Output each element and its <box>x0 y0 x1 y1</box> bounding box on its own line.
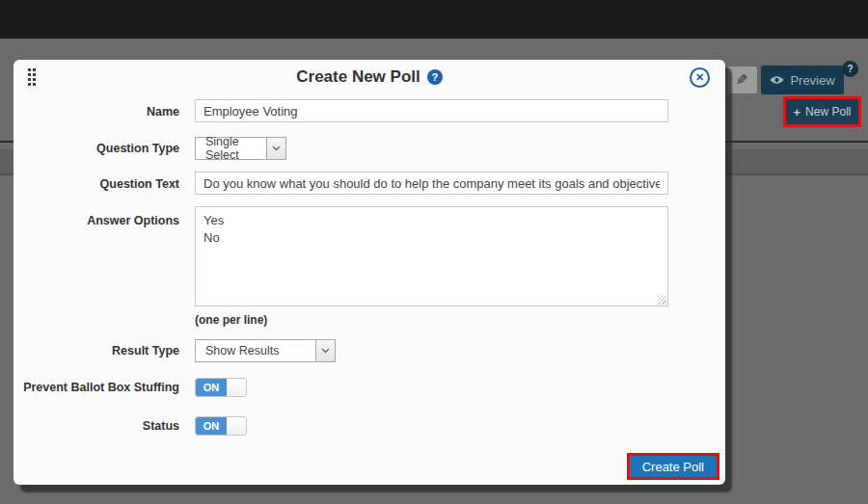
eye-icon <box>770 73 784 88</box>
answer-options-hint: (one per line) <box>195 313 267 327</box>
status-toggle[interactable]: ON <box>195 416 247 436</box>
pencil-icon: ✎ <box>736 71 748 89</box>
new-poll-button[interactable]: + New Poll <box>786 99 858 124</box>
page-help-icon[interactable]: ? <box>842 61 858 77</box>
question-type-label: Question Type <box>14 142 179 155</box>
toggle-knob <box>227 417 246 435</box>
top-nav-bar <box>0 0 868 39</box>
modal-help-icon[interactable]: ? <box>427 69 443 85</box>
answer-options-label: Answer Options <box>14 214 179 227</box>
result-type-select[interactable]: Show Results <box>195 339 336 362</box>
textarea-resize-grip[interactable] <box>658 296 666 305</box>
result-type-selected-value: Show Results <box>196 340 315 361</box>
preview-button[interactable]: Preview <box>761 66 844 94</box>
create-poll-button[interactable]: Create Poll <box>630 456 717 477</box>
prevent-ballot-label: Prevent Ballot Box Stuffing <box>14 381 179 394</box>
new-poll-button-label: New Poll <box>805 105 851 119</box>
new-poll-annotation-box: + New Poll <box>783 96 861 127</box>
toggle-knob <box>227 379 246 396</box>
answer-options-textarea[interactable]: Yes No <box>195 206 668 306</box>
result-type-label: Result Type <box>14 344 179 358</box>
toggle-on-label: ON <box>196 417 227 435</box>
question-text-input[interactable] <box>195 172 668 195</box>
close-icon[interactable]: ✕ <box>690 67 710 88</box>
question-text-label: Question Text <box>14 177 179 191</box>
create-poll-modal: Create New Poll ? ✕ Name Question Type S… <box>14 60 725 485</box>
status-label: Status <box>14 419 179 433</box>
create-poll-annotation-box: Create Poll <box>627 453 719 480</box>
question-type-selected-value: Single Select <box>196 138 266 159</box>
modal-title: Create New Poll <box>296 67 420 87</box>
preview-button-label: Preview <box>790 73 834 88</box>
modal-header: Create New Poll ? <box>14 60 725 94</box>
chevron-down-icon <box>315 340 335 361</box>
answer-options-row: Answer Options Yes No <box>14 206 725 310</box>
edit-button[interactable]: ✎ <box>727 66 757 93</box>
toggle-on-label: ON <box>196 379 227 396</box>
name-input[interactable] <box>195 99 668 122</box>
plus-icon: + <box>794 105 801 119</box>
question-type-select[interactable]: Single Select <box>195 137 286 160</box>
name-label: Name <box>14 105 179 119</box>
chevron-down-icon <box>266 138 285 159</box>
prevent-ballot-toggle[interactable]: ON <box>195 378 247 397</box>
